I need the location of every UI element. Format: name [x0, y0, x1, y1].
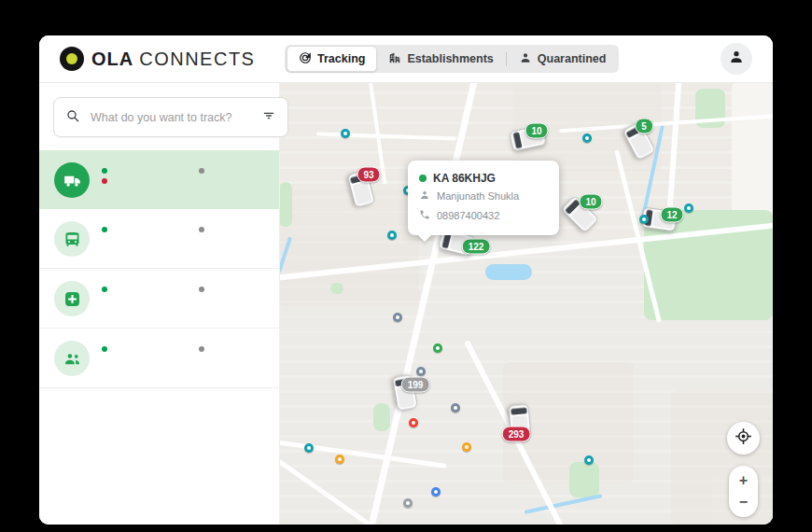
sidebar-item-food-distribution-vehicles[interactable]	[39, 209, 279, 269]
brand-name: OLACONNECTS	[91, 49, 255, 70]
map-block	[279, 189, 419, 306]
people-icon	[54, 341, 90, 376]
popup-driver-row: Manjunath Shukla	[419, 188, 548, 204]
stat-green	[102, 346, 199, 352]
stat-red	[102, 178, 199, 184]
sidebar-item-body	[102, 341, 264, 376]
building-icon	[388, 51, 401, 67]
poi-pin-icon	[639, 215, 649, 224]
stat-gray	[199, 287, 264, 292]
bullet-icon	[199, 227, 204, 232]
user-avatar[interactable]	[721, 43, 752, 75]
river	[525, 494, 603, 514]
stat-gray	[199, 227, 264, 232]
zoom-control: + −	[729, 466, 758, 517]
bus-icon	[54, 221, 90, 257]
vehicle-info-popup: KA 86KHJG Manjunath Shukla 08987400432	[408, 161, 559, 235]
phone-icon	[419, 207, 430, 224]
vehicle-count-badge[interactable]: 12	[660, 207, 683, 223]
sidebar-item-stats	[102, 346, 264, 352]
locate-icon	[735, 427, 752, 449]
map-canvas[interactable]: KA 86KHJG Manjunath Shukla 08987400432 +…	[279, 82, 773, 525]
poi-pin-icon	[431, 487, 441, 497]
tab-tracking-label: Tracking	[317, 52, 365, 65]
zoom-out-button[interactable]: −	[739, 495, 748, 510]
sidebar-item-body	[102, 162, 264, 198]
bullet-icon	[199, 168, 204, 174]
zoom-in-button[interactable]: +	[739, 473, 748, 488]
tab-quarantined[interactable]: Quarantined	[508, 47, 618, 71]
tracking-sidebar	[39, 82, 280, 525]
stat-gray	[199, 168, 264, 174]
poi-pin-icon	[582, 133, 592, 143]
brand-name-light: CONNECTS	[139, 49, 255, 69]
poi-pin-icon	[304, 443, 314, 453]
park-area	[373, 403, 390, 431]
vehicle-plate: KA 86KHJG	[433, 172, 496, 185]
person-icon	[419, 188, 430, 204]
bullet-icon	[102, 227, 107, 232]
poi-pin-icon	[433, 343, 442, 353]
poi-pin-icon	[451, 403, 460, 413]
park-area	[330, 283, 343, 294]
locate-button[interactable]	[727, 422, 760, 455]
sidebar-item-volunteers[interactable]	[39, 329, 279, 388]
tab-tracking[interactable]: Tracking	[287, 46, 377, 72]
park-area	[569, 462, 599, 497]
sidebar-item-essential-supplies-trucks[interactable]	[39, 150, 279, 209]
person-icon	[728, 49, 745, 69]
poi-pin-icon	[341, 129, 350, 138]
sidebar-item-stats	[102, 287, 264, 292]
bullet-icon	[102, 178, 107, 184]
tab-establishments-label: Establishments	[407, 52, 493, 65]
poi-pin-icon	[684, 203, 693, 213]
stat-green	[102, 227, 199, 232]
poi-pin-icon	[584, 455, 594, 465]
tracking-category-list	[39, 150, 279, 388]
bullet-icon	[102, 168, 107, 174]
vehicle-count-badge[interactable]: 93	[357, 167, 380, 183]
driver-name: Manjunath Shukla	[437, 190, 519, 202]
stat-green	[102, 287, 199, 292]
poi-pin-icon	[387, 231, 397, 240]
vehicle-count-badge[interactable]: 5	[635, 119, 653, 134]
main-tabs: Tracking Establishments Quarantined	[285, 45, 619, 73]
bullet-icon	[199, 346, 204, 352]
filter-icon[interactable]	[261, 108, 276, 127]
vehicle-count-badge[interactable]: 10	[525, 123, 548, 139]
sidebar-item-doctors-location[interactable]	[39, 269, 279, 329]
bullet-icon	[199, 287, 204, 292]
sidebar-item-body	[102, 221, 264, 257]
poi-pin-icon	[409, 418, 418, 427]
truck-icon	[54, 162, 90, 198]
poi-pin-icon	[393, 313, 402, 322]
status-dot-icon	[419, 175, 427, 182]
person-icon	[519, 51, 532, 67]
popup-phone-row: 08987400432	[419, 207, 548, 224]
road	[279, 438, 446, 469]
sidebar-item-stats	[102, 168, 264, 184]
vehicle-count-badge[interactable]: 10	[579, 194, 602, 210]
search-icon	[65, 108, 80, 127]
bullet-icon	[102, 346, 107, 352]
search-box	[53, 97, 288, 137]
brand-logo: OLACONNECTS	[60, 47, 255, 71]
app-header: OLACONNECTS Tracking Establishments Quar…	[39, 35, 773, 82]
tab-establishments[interactable]: Establishments	[377, 47, 504, 71]
search-input[interactable]	[89, 110, 253, 125]
vehicle-count-badge[interactable]: 122	[462, 239, 491, 255]
sidebar-item-stats	[102, 227, 264, 232]
map-block	[732, 82, 773, 222]
park-area	[279, 182, 292, 227]
stat-gray	[199, 346, 264, 352]
tab-quarantined-label: Quarantined	[538, 52, 607, 65]
road	[316, 132, 456, 140]
app-window: OLACONNECTS Tracking Establishments Quar…	[39, 35, 773, 525]
ola-logo-icon	[60, 47, 84, 71]
tracking-icon	[299, 51, 312, 67]
brand-name-bold: OLA	[91, 49, 133, 69]
vehicle-count-badge[interactable]: 293	[502, 427, 531, 442]
vehicle-count-badge[interactable]: 199	[401, 377, 430, 393]
stat-green	[102, 168, 199, 174]
bullet-icon	[102, 287, 107, 292]
